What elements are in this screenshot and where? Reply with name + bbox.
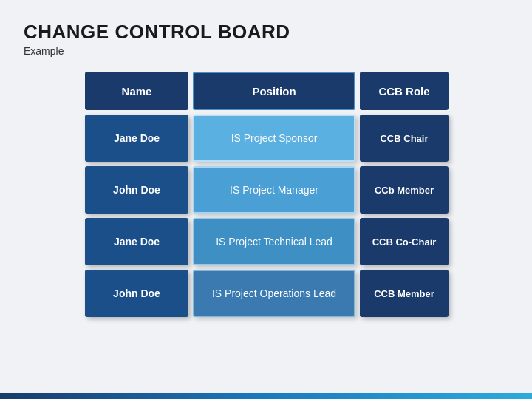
table-row: CCb Member <box>360 166 449 214</box>
page-subtitle: Example <box>24 45 508 57</box>
table-row: CCB Member <box>360 270 449 317</box>
table-row: CCB Chair <box>360 115 449 162</box>
header-role: CCB Role <box>360 72 449 110</box>
table-row: CCB Co-Chair <box>360 218 449 265</box>
header-name: Name <box>85 72 188 110</box>
table-row: Jane Doe <box>85 218 188 265</box>
table-row: IS Project Technical Lead <box>193 218 355 265</box>
table-wrapper: Name Position CCB Role Jane Doe IS Proje… <box>24 72 508 317</box>
table-row: Jane Doe <box>85 115 188 162</box>
table-row: IS Project Manager <box>193 166 355 214</box>
table-row: IS Project Sponsor <box>193 115 355 162</box>
ccb-table: Name Position CCB Role Jane Doe IS Proje… <box>85 72 447 317</box>
table-row: IS Project Operations Lead <box>193 270 355 317</box>
table-row: John Doe <box>85 166 188 214</box>
slide: CHANGE CONTROL BOARD Example Name Positi… <box>0 0 532 399</box>
table-row: John Doe <box>85 270 188 317</box>
page-title: CHANGE CONTROL BOARD <box>24 21 508 44</box>
header-position: Position <box>193 72 355 110</box>
